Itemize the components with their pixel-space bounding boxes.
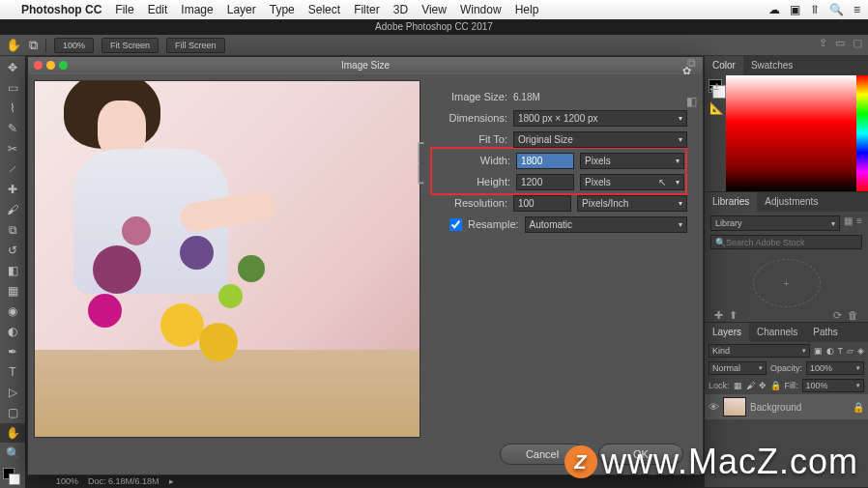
layer-kind-select[interactable]: Kind bbox=[709, 344, 810, 358]
gradient-tool[interactable]: ▦ bbox=[0, 281, 25, 301]
tab-color[interactable]: Color bbox=[705, 56, 743, 75]
lock-icon[interactable]: 🔒 bbox=[853, 402, 864, 413]
zoom-value[interactable]: 100% bbox=[54, 38, 94, 53]
filter-adjust-icon[interactable]: ◐ bbox=[826, 346, 834, 356]
library-search[interactable]: 🔍 Search Adobe Stock bbox=[710, 235, 862, 249]
sync-icon[interactable]: ⟳ bbox=[833, 309, 842, 322]
lock-all-icon[interactable]: 🔒 bbox=[770, 381, 781, 390]
menu-edit[interactable]: Edit bbox=[148, 3, 168, 16]
layer-thumbnail[interactable] bbox=[723, 397, 746, 416]
height-unit-select[interactable]: Pixels↖ bbox=[580, 174, 684, 190]
dialog-title-bar[interactable]: Image Size bbox=[28, 57, 703, 74]
library-drop-zone[interactable]: + bbox=[753, 259, 821, 307]
dodge-tool[interactable]: ◐ bbox=[0, 322, 25, 341]
spotlight-icon[interactable]: 🔍 bbox=[829, 3, 844, 16]
menu-type[interactable]: Type bbox=[270, 3, 295, 16]
opacity-value[interactable]: 100% bbox=[806, 361, 864, 375]
display-icon[interactable]: ▣ bbox=[790, 3, 800, 16]
wifi-icon[interactable]: ⥣ bbox=[810, 3, 820, 16]
menu-window[interactable]: Window bbox=[460, 3, 502, 16]
workspace-icon[interactable]: ▢ bbox=[853, 37, 862, 49]
tab-adjustments[interactable]: Adjustments bbox=[757, 192, 825, 212]
color-swatch[interactable] bbox=[0, 468, 25, 487]
ok-button[interactable]: OK bbox=[598, 444, 683, 465]
tab-paths[interactable]: Paths bbox=[805, 323, 846, 342]
app-menu[interactable]: Photoshop CC bbox=[21, 3, 101, 16]
share-icon[interactable]: ⇪ bbox=[819, 37, 827, 49]
menu-view[interactable]: View bbox=[421, 3, 447, 16]
tab-channels[interactable]: Channels bbox=[749, 323, 805, 342]
lock-pos-icon[interactable]: ✥ bbox=[759, 381, 767, 390]
pen-tool[interactable]: ✒ bbox=[0, 342, 25, 361]
menu-filter[interactable]: Filter bbox=[354, 3, 380, 16]
status-doc[interactable]: Doc: 6.18M/6.18M bbox=[88, 476, 159, 486]
eyedropper-tool[interactable]: ⟋ bbox=[0, 159, 25, 179]
lasso-tool[interactable]: ⌇ bbox=[0, 99, 25, 118]
resample-select[interactable]: Automatic bbox=[525, 216, 687, 233]
menu-file[interactable]: File bbox=[115, 3, 133, 16]
marquee-tool[interactable]: ▭ bbox=[0, 78, 25, 98]
cloud-icon[interactable]: ☁ bbox=[768, 3, 780, 16]
resample-checkbox[interactable] bbox=[449, 218, 462, 231]
hand-tool-icon[interactable]: ✋ bbox=[6, 38, 21, 52]
lock-trans-icon[interactable]: ▦ bbox=[734, 381, 742, 390]
fill-screen-button[interactable]: Fill Screen bbox=[166, 38, 225, 53]
menu-image[interactable]: Image bbox=[181, 3, 213, 16]
dimensions-value[interactable]: 1800 px × 1200 px bbox=[513, 110, 687, 127]
library-select[interactable]: Library bbox=[710, 215, 840, 231]
zoom-tool[interactable]: 🔍 bbox=[0, 444, 25, 463]
maximize-icon[interactable] bbox=[59, 61, 68, 70]
visibility-icon[interactable]: 👁 bbox=[709, 401, 719, 413]
properties-tab-icon[interactable]: ◧ bbox=[686, 95, 697, 108]
menu-help[interactable]: Help bbox=[515, 3, 539, 16]
hue-slider[interactable] bbox=[856, 75, 868, 191]
tab-libraries[interactable]: Libraries bbox=[705, 192, 757, 212]
type-tool[interactable]: T bbox=[0, 362, 25, 382]
cancel-button[interactable]: Cancel bbox=[500, 444, 585, 465]
quick-select-tool[interactable]: ✎ bbox=[0, 119, 25, 138]
fit-screen-button[interactable]: Fit Screen bbox=[101, 38, 159, 53]
width-input[interactable] bbox=[516, 153, 574, 169]
eraser-tool[interactable]: ◧ bbox=[0, 261, 25, 280]
filter-type-icon[interactable]: T bbox=[838, 346, 844, 356]
menu-select[interactable]: Select bbox=[308, 3, 340, 16]
crop-tool[interactable]: ✂ bbox=[0, 139, 25, 158]
hand-tool[interactable]: ✋ bbox=[0, 423, 25, 443]
layer-background[interactable]: 👁 Background 🔒 bbox=[705, 394, 868, 419]
stamp-tool[interactable]: ⧉ bbox=[0, 220, 25, 240]
resolution-input[interactable] bbox=[513, 195, 571, 212]
menu-3d[interactable]: 3D bbox=[393, 3, 408, 16]
tab-swatches[interactable]: Swatches bbox=[743, 56, 800, 75]
minimize-icon[interactable] bbox=[46, 61, 55, 70]
grid-view-icon[interactable]: ▦ bbox=[844, 215, 853, 231]
filter-shape-icon[interactable]: ▱ bbox=[847, 346, 854, 356]
status-zoom[interactable]: 100% bbox=[56, 476, 78, 486]
add-icon[interactable]: ✚ bbox=[714, 309, 723, 322]
height-input[interactable] bbox=[516, 174, 574, 190]
status-arrow-icon[interactable]: ▸ bbox=[169, 476, 174, 486]
resolution-unit-select[interactable]: Pixels/Inch bbox=[577, 195, 687, 212]
shape-tool[interactable]: ▢ bbox=[0, 403, 25, 422]
color-picker[interactable] bbox=[726, 75, 856, 191]
constrain-icon[interactable]: 📐 bbox=[709, 101, 724, 115]
list-view-icon[interactable]: ≡ bbox=[856, 215, 862, 231]
filter-smart-icon[interactable]: ◈ bbox=[857, 346, 864, 356]
upload-icon[interactable]: ⬆ bbox=[729, 309, 738, 322]
tab-layers[interactable]: Layers bbox=[705, 323, 749, 342]
history-brush-tool[interactable]: ↺ bbox=[0, 241, 25, 260]
scroll-all-icon[interactable]: ⧉ bbox=[29, 38, 38, 53]
path-tool[interactable]: ▷ bbox=[0, 383, 25, 402]
close-icon[interactable] bbox=[34, 61, 43, 70]
trash-icon[interactable]: 🗑 bbox=[848, 309, 858, 322]
filter-image-icon[interactable]: ▣ bbox=[814, 346, 823, 356]
fit-to-select[interactable]: Original Size bbox=[513, 131, 687, 148]
menu-layer[interactable]: Layer bbox=[227, 3, 256, 16]
lock-pixels-icon[interactable]: 🖌 bbox=[746, 381, 755, 390]
healing-tool[interactable]: ✚ bbox=[0, 180, 25, 199]
blur-tool[interactable]: ◉ bbox=[0, 301, 25, 321]
blend-mode-select[interactable]: Normal bbox=[709, 361, 767, 375]
menu-icon[interactable]: ≡ bbox=[854, 3, 860, 16]
history-tab-icon[interactable]: ⧉ bbox=[687, 56, 696, 70]
brush-tool[interactable]: 🖌 bbox=[0, 200, 25, 219]
image-preview[interactable] bbox=[34, 80, 420, 438]
